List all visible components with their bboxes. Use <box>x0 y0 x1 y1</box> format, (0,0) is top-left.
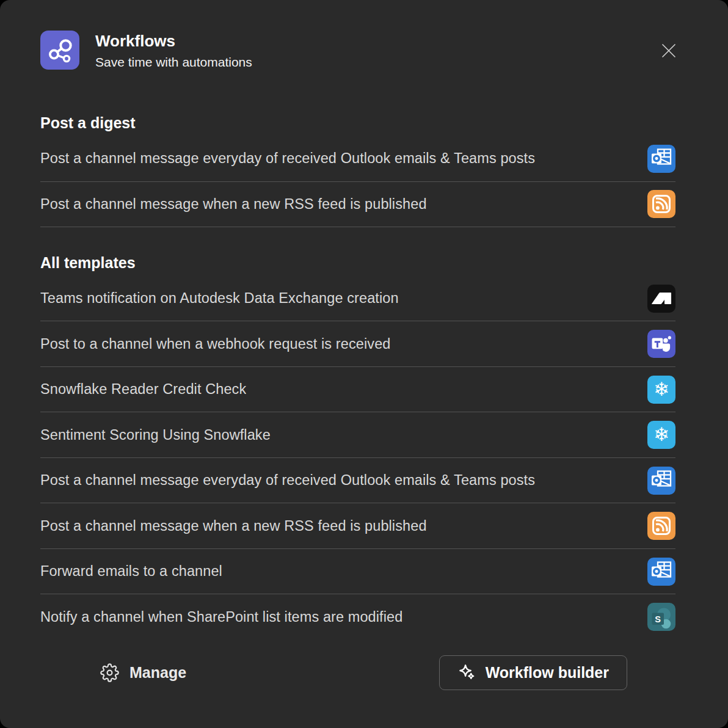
dialog-footer: Manage Workflow builder <box>100 655 627 690</box>
workflow-template-label: Forward emails to a channel <box>40 563 222 580</box>
section-heading: All templates <box>40 254 675 272</box>
gear-icon <box>100 663 119 682</box>
close-button[interactable] <box>658 40 679 61</box>
workflow-builder-label: Workflow builder <box>486 664 609 682</box>
workflow-template-row[interactable]: Forward emails to a channel <box>40 549 675 595</box>
teams-icon <box>647 330 675 358</box>
workflow-template-label: Post a channel message everyday of recei… <box>40 150 535 167</box>
workflows-app-icon <box>40 31 79 70</box>
dialog-content: Post a digest Post a channel message eve… <box>40 114 675 690</box>
workflow-template-row[interactable]: Post a channel message everyday of recei… <box>40 458 675 504</box>
header-text: Workflows Save time with automations <box>95 31 252 70</box>
manage-label: Manage <box>129 664 186 682</box>
section-post-a-digest: Post a digest Post a channel message eve… <box>40 114 675 227</box>
workflow-template-row[interactable]: Sentiment Scoring Using Snowflake❄ <box>40 412 675 458</box>
svg-text:❄: ❄ <box>653 379 669 400</box>
workflow-template-label: Post a channel message when a new RSS fe… <box>40 196 427 213</box>
workflow-template-row[interactable]: Post to a channel when a webhook request… <box>40 321 675 367</box>
section-heading: Post a digest <box>40 114 675 132</box>
close-icon <box>660 42 678 60</box>
workflow-builder-button[interactable]: Workflow builder <box>439 655 627 690</box>
rss-icon <box>647 190 675 218</box>
workflow-template-label: Post a channel message everyday of recei… <box>40 472 535 489</box>
workflow-template-row[interactable]: Post a channel message everyday of recei… <box>40 136 675 182</box>
dialog-header: Workflows Save time with automations <box>0 0 728 70</box>
autodesk-icon <box>647 285 675 313</box>
workflow-template-row[interactable]: Notify a channel when SharePoint list it… <box>40 594 675 639</box>
svg-text:❄: ❄ <box>653 424 669 445</box>
outlook-icon <box>647 558 675 586</box>
manage-button[interactable]: Manage <box>100 663 186 682</box>
workflow-template-row[interactable]: Teams notification on Autodesk Data Exch… <box>40 276 675 322</box>
outlook-icon <box>647 467 675 495</box>
workflow-template-row[interactable]: Post a channel message when a new RSS fe… <box>40 182 675 228</box>
dialog-subtitle: Save time with automations <box>95 54 252 70</box>
workflow-template-row[interactable]: Snowflake Reader Credit Check❄ <box>40 367 675 413</box>
outlook-icon <box>647 145 675 173</box>
svg-text:S: S <box>655 614 661 624</box>
snowflake-icon: ❄ <box>647 376 675 404</box>
section-all-templates: All templates Teams notification on Auto… <box>40 254 675 639</box>
workflow-template-row[interactable]: Post a channel message when a new RSS fe… <box>40 503 675 549</box>
workflow-template-label: Post to a channel when a webhook request… <box>40 336 390 352</box>
sharepoint-icon: S <box>647 603 675 631</box>
rss-icon <box>647 512 675 540</box>
dialog-title: Workflows <box>95 32 252 51</box>
workflow-template-label: Snowflake Reader Credit Check <box>40 381 246 398</box>
workflow-template-label: Teams notification on Autodesk Data Exch… <box>40 290 399 307</box>
workflow-template-label: Post a channel message when a new RSS fe… <box>40 518 427 534</box>
workflow-template-label: Sentiment Scoring Using Snowflake <box>40 427 271 443</box>
template-list: Teams notification on Autodesk Data Exch… <box>40 276 675 639</box>
template-list: Post a channel message everyday of recei… <box>40 136 675 227</box>
workflows-dialog: Workflows Save time with automations Pos… <box>0 0 728 728</box>
sparkle-icon <box>457 663 476 682</box>
snowflake-icon: ❄ <box>647 421 675 449</box>
workflow-template-label: Notify a channel when SharePoint list it… <box>40 609 402 625</box>
